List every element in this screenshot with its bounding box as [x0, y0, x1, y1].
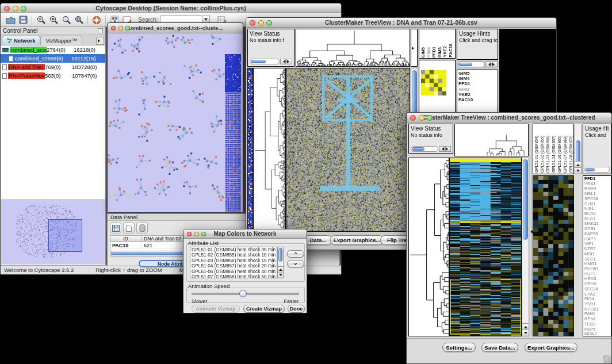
- usage-hints-scrollbar[interactable]: [584, 167, 610, 173]
- network-view-titlebar[interactable]: combined_scores_good.txt--cluste...: [108, 23, 243, 33]
- close-button[interactable]: [187, 232, 192, 236]
- delete-attribute-button[interactable]: [136, 223, 148, 233]
- float-panel-icon[interactable]: [98, 28, 103, 33]
- column-label[interactable]: GIM4: [426, 47, 432, 58]
- minimize-button[interactable]: [13, 6, 18, 12]
- scrollbar-thumb[interactable]: [523, 159, 528, 240]
- animate-vizmap-button[interactable]: Animate Vizmap: [192, 305, 240, 313]
- minimize-button[interactable]: [194, 232, 199, 236]
- column-labels-vscrollbar[interactable]: [575, 124, 582, 174]
- column-label[interactable]: GPL51-06 (GSM865): [557, 136, 563, 173]
- zoom-selected-button[interactable]: [72, 14, 85, 26]
- network-row[interactable]: DNA and Tran 07 769(0) 183728(0): [1, 63, 105, 71]
- scroll-right-button[interactable]: [492, 62, 498, 67]
- attribute-list[interactable]: GPL51-01 (GSM854) heat shock 05 minGPL51…: [190, 247, 277, 278]
- view-status-scrollbar[interactable]: [250, 59, 292, 64]
- main-heatmap-canvas[interactable]: [286, 68, 410, 231]
- scrollbar-thumb[interactable]: [412, 147, 424, 151]
- select-attributes-button[interactable]: [110, 223, 121, 233]
- attribute-item[interactable]: GPL51-06 (GSM865) heat shock 40 min: [190, 269, 277, 274]
- gene-label[interactable]: GIM5: [458, 71, 498, 76]
- zoom-button[interactable]: [266, 20, 272, 26]
- scrollbar-thumb[interactable]: [278, 248, 282, 262]
- create-vizmap-button[interactable]: Create Vizmap: [243, 305, 285, 313]
- column-label[interactable]: GPL51-04 (GSM857): [551, 136, 557, 173]
- main-heatmap-canvas[interactable]: [450, 158, 521, 336]
- export-graphics-button[interactable]: Export Graphics...: [525, 343, 577, 352]
- gene-label[interactable]: GIM4: [458, 76, 498, 81]
- scroll-up-button[interactable]: [278, 266, 283, 272]
- scroll-down-button[interactable]: [278, 272, 283, 278]
- attribute-item[interactable]: GPL51-04 (GSM857) heat shock 20 min: [190, 263, 277, 269]
- heatmap-vscrollbar[interactable]: [522, 158, 529, 336]
- column-label[interactable]: YKE2: [442, 46, 448, 58]
- speed-slider-thumb[interactable]: [239, 290, 247, 297]
- export-graphics-button[interactable]: Export Graphics...: [330, 235, 384, 245]
- treeview2-titlebar[interactable]: ClusterMaker TreeView : combined_scores_…: [407, 113, 611, 122]
- gene-label[interactable]: MON2: [584, 332, 611, 336]
- usage-hints-scrollbar[interactable]: [457, 62, 498, 67]
- dendrogram-splitter[interactable]: [411, 29, 418, 67]
- dialog-titlebar[interactable]: Map Colors to Network: [183, 229, 307, 239]
- network-row[interactable]: combined_scores 2764(0) 16218(0): [1, 45, 105, 54]
- zoom-in-button[interactable]: [47, 14, 60, 26]
- column-dendrogram-canvas[interactable]: [296, 29, 410, 66]
- scroll-left-button[interactable]: [439, 146, 445, 152]
- network-overview-panel[interactable]: [1, 200, 105, 264]
- scroll-left-button[interactable]: [485, 62, 491, 67]
- main-titlebar[interactable]: Cytoscape Desktop (Session Name: collins…: [1, 3, 341, 13]
- tab-network[interactable]: Network: [2, 36, 40, 45]
- attribute-item[interactable]: GPL51-03 (GSM856) heat shock 15 min: [190, 258, 277, 263]
- zoom-fit-button[interactable]: [60, 14, 72, 26]
- row-dendrogram-panel[interactable]: [253, 68, 286, 232]
- move-down-button[interactable]: v: [287, 260, 304, 267]
- column-label[interactable]: GIM3: [437, 47, 443, 58]
- settings-button[interactable]: Settings...: [442, 343, 476, 352]
- done-button[interactable]: Done: [288, 305, 305, 313]
- gene-label[interactable]: PAC10: [458, 97, 498, 102]
- scroll-up-button[interactable]: [575, 161, 581, 167]
- help-button[interactable]: [90, 14, 103, 26]
- create-attribute-button[interactable]: [123, 223, 135, 233]
- treeview1-titlebar[interactable]: ClusterMaker TreeView : DNA and Tran 07-…: [246, 18, 556, 28]
- global-overview-strip-canvas[interactable]: [247, 68, 253, 232]
- attribute-list-vscrollbar[interactable]: [277, 247, 284, 278]
- close-button[interactable]: [111, 26, 116, 30]
- scroll-left-button[interactable]: [280, 59, 286, 64]
- move-up-button[interactable]: ^: [287, 250, 304, 258]
- minimize-button[interactable]: [419, 115, 424, 121]
- zoom-button[interactable]: [125, 26, 130, 30]
- column-label[interactable]: GPL51-03 (GSM856): [545, 136, 551, 173]
- scrollbar-thumb[interactable]: [251, 60, 266, 63]
- minimize-button[interactable]: [258, 20, 264, 26]
- column-label[interactable]: GPL51-07 (GSM868): [563, 136, 568, 173]
- column-dendrogram-panel[interactable]: [296, 29, 410, 67]
- col-id[interactable]: ID: [110, 236, 141, 242]
- gene-label[interactable]: YKE2: [458, 92, 498, 97]
- scroll-right-button[interactable]: [445, 146, 451, 152]
- main-heatmap-panel[interactable]: [286, 68, 410, 232]
- close-button[interactable]: [4, 6, 10, 12]
- network-row[interactable]: RNAPuberNov2+! 563(0) 107847(0): [1, 71, 105, 80]
- column-label[interactable]: GPL51-02 (GSM855): [540, 136, 545, 173]
- zoom-heatmap-canvas[interactable]: [533, 176, 573, 336]
- scrollbar-thumb[interactable]: [458, 63, 472, 66]
- resize-grip[interactable]: [603, 355, 611, 363]
- main-heatmap-panel[interactable]: [449, 158, 522, 336]
- column-dendrogram-canvas[interactable]: [455, 124, 528, 156]
- zoom-button[interactable]: [21, 6, 26, 12]
- save-data-button[interactable]: Data...: [304, 235, 332, 245]
- scroll-right-button[interactable]: [286, 59, 292, 64]
- save-data-button[interactable]: Save Data...: [481, 343, 518, 352]
- column-dendrogram-panel[interactable]: [454, 124, 529, 156]
- scrollbar-thumb[interactable]: [586, 168, 595, 171]
- column-label[interactable]: GPL51-01 (GSM854): [534, 136, 540, 173]
- zoom-button[interactable]: [427, 115, 433, 121]
- zoom-heatmap-canvas[interactable]: [421, 70, 446, 95]
- save-session-button[interactable]: [17, 14, 29, 26]
- network-row[interactable]: combined_sco 2569(6) 13112(15): [1, 54, 105, 63]
- column-label[interactable]: PAC10: [448, 44, 454, 58]
- gene-label[interactable]: GIM3: [458, 87, 498, 92]
- network-graph-canvas[interactable]: [108, 33, 243, 212]
- row-dendrogram-panel[interactable]: [408, 158, 449, 336]
